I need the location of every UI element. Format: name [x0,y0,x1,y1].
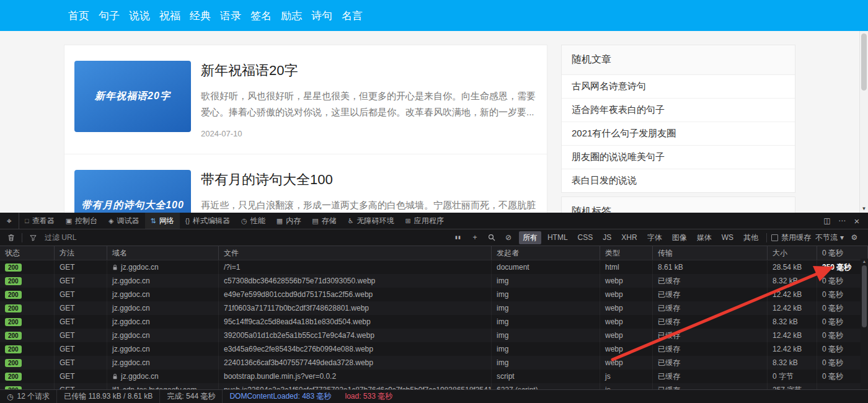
filter-xhr[interactable]: XHR [618,232,640,243]
devtools-scrollbar[interactable]: ▲ [861,259,868,389]
network-table-body: 200GETjz.ggdoc.cn/?i=1documenthtml8.61 k… [0,260,868,391]
filter-img[interactable]: 图像 [668,231,691,244]
network-request-row[interactable]: 200GETjz.ggdoc.cn95c14ff9ca2c5d8ead4a18b… [0,315,868,329]
throttle-select[interactable]: 不节流 ▾ [815,232,844,243]
nav-item[interactable]: 签名 [250,9,272,23]
nav-item[interactable]: 名言 [342,9,363,23]
nav-item[interactable]: 句子 [99,9,120,23]
filter-ws[interactable]: WS [718,232,737,243]
tab-console[interactable]: ▣控制台 [60,213,103,229]
network-request-row[interactable]: 200GETjz.ggdoc.cnc57308dbc364628556b75e7… [0,274,868,288]
column-header-transferred[interactable]: 传输 [653,246,768,260]
pause-icon[interactable]: ▮▮ [452,235,464,240]
column-header-domain[interactable]: 域名 [107,246,219,260]
column-header-waterfall[interactable]: 0 毫秒 [817,246,868,260]
article-title[interactable]: 带有月的诗句大全100 [201,170,537,189]
responsive-mode-icon[interactable]: ◫ [821,216,833,225]
filter-media[interactable]: 媒体 [693,231,715,244]
network-request-row[interactable]: 200GETjz.ggdoc.cn2240136c6caf3b407557744… [0,356,868,370]
article-date: 2024-07-10 [201,129,537,138]
filter-other[interactable]: 其他 [740,231,762,244]
tab-network[interactable]: ⇅网络 [145,213,180,229]
status-badge: 200 [5,304,22,312]
tab-storage[interactable]: ▤存储 [306,213,342,229]
column-header-initiator[interactable]: 发起者 [492,246,600,260]
block-request-icon[interactable]: ⊘ [502,233,515,242]
tab-label: 应用程序 [414,216,444,226]
nav-item[interactable]: 经典 [190,9,211,23]
divider [22,233,22,242]
chevron-down-icon: ▾ [840,233,844,242]
network-request-row[interactable]: 200GETjz.ggdoc.cnbootstrap.bundle.min.js… [0,370,868,383]
tab-accessibility[interactable]: ♿无障碍环境 [342,213,400,229]
tab-debugger[interactable]: ◈调试器 [103,213,144,229]
devtools-close-icon[interactable]: × [851,216,863,226]
search-icon[interactable] [485,234,498,241]
network-settings-gear-icon[interactable]: ⚙ [848,233,861,242]
column-header-size[interactable]: 大小 [768,246,817,260]
network-request-row[interactable]: 200GETjz.ggdoc.cn392005a01d1cb2e5a1b55cc… [0,329,868,342]
scroll-up-arrow-icon[interactable]: ▲ [861,259,868,265]
status-badge: 200 [5,359,22,367]
debugger-icon: ◈ [108,217,113,225]
sidebar-link[interactable]: 古风网名诗意诗句 [562,75,795,99]
nav-item[interactable]: 励志 [281,9,302,23]
status-badge: 200 [5,373,22,381]
disable-cache-checkbox[interactable]: 禁用缓存 [771,232,811,243]
sidebar-link[interactable]: 适合跨年夜表白的句子 [562,99,795,122]
status-badge: 200 [5,318,22,326]
nav-item[interactable]: 祝福 [159,9,180,23]
add-request-icon[interactable]: + [469,233,481,242]
column-header-type[interactable]: 类型 [600,246,653,260]
random-articles-panel: 随机文章 古风网名诗意诗句适合跨年夜表白的句子2021有什么句子发朋友圈朋友圈的… [561,45,795,193]
nav-item[interactable]: 诗句 [311,9,332,23]
tab-application[interactable]: ⊞应用程序 [399,213,449,229]
cell-transferred: 8.61 kB [653,260,768,274]
clear-requests-icon[interactable] [5,234,17,242]
scroll-down-arrow-icon[interactable]: ▼ [860,205,868,213]
tab-style-editor[interactable]: {}样式编辑器 [180,213,236,229]
page-scrollbar[interactable]: ▼ [859,31,868,213]
filter-font[interactable]: 字体 [644,231,666,244]
page-scrollbar-thumb[interactable] [861,33,867,91]
network-request-row[interactable]: 200GETjz.ggdoc.cne3d45a69ec2fe85434bc276… [0,342,868,356]
column-header-status[interactable]: 状态 [0,246,55,260]
network-request-row[interactable]: 200GETjz.ggdoc.cn71f0603a717117b0bc2df3f… [0,301,868,315]
load-summary: load: 533 毫秒 [338,390,399,403]
filter-html[interactable]: HTML [544,232,572,243]
cell-transferred: 已缓存 [653,329,768,342]
tab-inspector[interactable]: □查看器 [19,213,60,229]
tab-performance[interactable]: ◷性能 [236,213,271,229]
console-icon: ▣ [66,217,72,225]
article-body: 新年祝福语20字歌很好听，风也很好听，星星也很美，但更多的开心是来自你。向生命感… [201,61,537,138]
tab-memory[interactable]: ▦内存 [271,213,306,229]
node-picker-icon[interactable]: ⌖ [0,213,19,229]
article-card: 新年祝福语20字新年祝福语20字歌很好听，风也很好听，星星也很美，但更多的开心是… [64,45,547,154]
cell-initiator: img [492,342,600,356]
column-header-method[interactable]: 方法 [55,246,107,260]
nav-item[interactable]: 首页 [68,9,89,23]
article-title[interactable]: 新年祝福语20字 [201,61,537,80]
cell-initiator: document [492,260,600,274]
cell-size: 12.42 kB [768,342,817,356]
stopwatch-icon[interactable]: ◷ [7,392,13,401]
cell-type: js [600,370,653,383]
column-header-file[interactable]: 文件 [219,246,492,260]
devtools-scrollbar-thumb[interactable] [862,265,867,327]
filter-js[interactable]: JS [599,232,615,243]
network-request-row[interactable]: 200GETjz.ggdoc.cn/?i=1documenthtml8.61 k… [0,260,868,274]
nav-item[interactable]: 说说 [129,9,150,23]
cell-domain: jz.ggdoc.cn [107,370,219,383]
network-toolbar: ▮▮ + ⊘ 所有HTMLCSSJSXHR字体图像媒体WS其他 禁用缓存 不节流… [0,229,868,246]
nav-item[interactable]: 语录 [220,9,241,23]
filter-url-input[interactable] [43,232,151,242]
article-thumbnail[interactable]: 新年祝福语20字 [74,61,191,132]
devtools-menu-icon[interactable]: ⋯ [836,216,848,225]
filter-all[interactable]: 所有 [519,231,541,244]
finish-summary: 完成: 544 毫秒 [160,390,223,403]
sidebar-link[interactable]: 表白日发的说说 [562,169,795,192]
sidebar-link[interactable]: 2021有什么句子发朋友圈 [562,122,795,146]
sidebar-link[interactable]: 朋友圈的说说唯美句子 [562,146,795,169]
network-request-row[interactable]: 200GETjz.ggdoc.cne49e7e599d801ccbd9dd751… [0,288,868,301]
filter-css[interactable]: CSS [574,232,597,243]
